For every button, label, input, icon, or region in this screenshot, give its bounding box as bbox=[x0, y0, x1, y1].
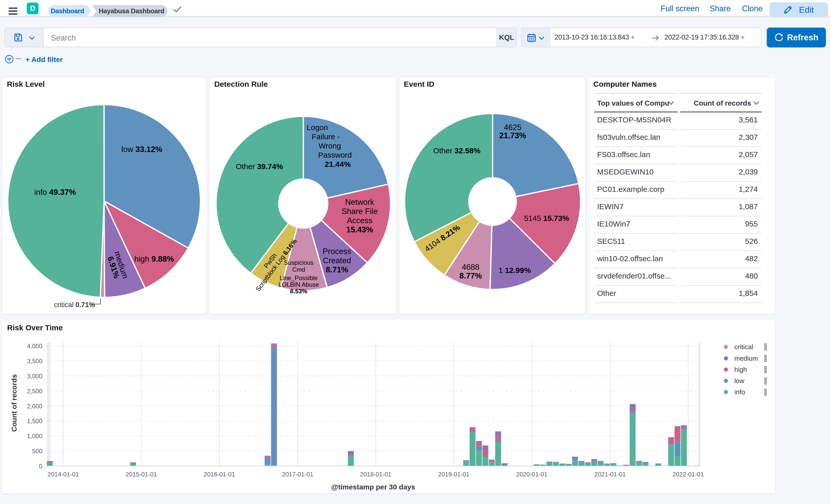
svg-text:46888.77%: 46888.77% bbox=[459, 263, 482, 280]
svg-text:482: 482 bbox=[745, 254, 758, 263]
svg-text:2,500: 2,500 bbox=[27, 388, 42, 395]
svg-text:win10-02.offsec.lan: win10-02.offsec.lan bbox=[597, 254, 663, 263]
svg-text:2,307: 2,307 bbox=[739, 133, 758, 141]
svg-text:3,500: 3,500 bbox=[27, 357, 42, 365]
svg-text:1,500: 1,500 bbox=[27, 417, 42, 424]
svg-text:IE10Win7: IE10Win7 bbox=[597, 220, 630, 228]
svg-text:5145 15.73%: 5145 15.73% bbox=[524, 214, 569, 222]
svg-text:MSEDGEWIN10: MSEDGEWIN10 bbox=[597, 167, 654, 176]
svg-text:480: 480 bbox=[745, 272, 758, 280]
svg-text:2,000: 2,000 bbox=[27, 403, 42, 410]
svg-text:1 12.99%: 1 12.99% bbox=[499, 266, 531, 275]
svg-text:PC01.example.corp: PC01.example.corp bbox=[597, 185, 664, 193]
svg-text:1,854: 1,854 bbox=[739, 289, 758, 297]
svg-text:2018-01-01: 2018-01-01 bbox=[360, 471, 391, 478]
svg-text:DESKTOP-M5SN04R: DESKTOP-M5SN04R bbox=[597, 116, 671, 124]
svg-text:info: info bbox=[734, 388, 745, 396]
svg-text:Other 32.58%: Other 32.58% bbox=[433, 147, 480, 155]
svg-text:2017-01-01: 2017-01-01 bbox=[282, 471, 314, 478]
svg-text:high 9.88%: high 9.88% bbox=[134, 255, 174, 263]
svg-text:2016-01-01: 2016-01-01 bbox=[204, 471, 235, 478]
svg-text:2019-01-01: 2019-01-01 bbox=[438, 471, 470, 478]
svg-text:NetworkShare FileAccess15.43%: NetworkShare FileAccess15.43% bbox=[342, 198, 378, 234]
svg-text:fs03vuln.offsec.lan: fs03vuln.offsec.lan bbox=[597, 133, 660, 141]
svg-text:FS03.offsec.lan: FS03.offsec.lan bbox=[597, 150, 650, 159]
svg-text:0: 0 bbox=[39, 463, 42, 470]
svg-text:1,087: 1,087 bbox=[739, 202, 758, 211]
svg-text:Count of records: Count of records bbox=[694, 99, 751, 107]
svg-text:@timestamp per 30 days: @timestamp per 30 days bbox=[331, 483, 415, 491]
svg-text:4,000: 4,000 bbox=[27, 343, 42, 349]
svg-text:2,039: 2,039 bbox=[739, 167, 758, 176]
svg-text:2,057: 2,057 bbox=[739, 150, 758, 159]
svg-text:Other: Other bbox=[597, 289, 616, 297]
svg-text:SEC511: SEC511 bbox=[597, 237, 625, 245]
svg-text:critical: critical bbox=[734, 343, 753, 351]
svg-text:2022-01-01: 2022-01-01 bbox=[673, 471, 704, 478]
svg-text:500: 500 bbox=[32, 448, 42, 454]
svg-text:2014-01-01: 2014-01-01 bbox=[48, 471, 79, 478]
svg-text:Top values of Compu: Top values of Compu bbox=[597, 99, 669, 107]
svg-text:low 33.12%: low 33.12% bbox=[121, 145, 162, 154]
svg-text:IEWIN7: IEWIN7 bbox=[597, 202, 624, 211]
svg-text:srvdefender01.offse...: srvdefender01.offse... bbox=[597, 272, 671, 280]
svg-text:526: 526 bbox=[745, 237, 758, 245]
svg-text:Other 39.74%: Other 39.74% bbox=[236, 162, 283, 170]
svg-text:1,000: 1,000 bbox=[27, 433, 42, 439]
svg-text:medium: medium bbox=[734, 354, 758, 362]
svg-text:3,561: 3,561 bbox=[739, 116, 758, 124]
svg-text:2015-01-01: 2015-01-01 bbox=[126, 471, 157, 478]
svg-text:1,274: 1,274 bbox=[739, 185, 758, 193]
svg-text:high: high bbox=[734, 366, 747, 373]
svg-text:2021-01-01: 2021-01-01 bbox=[595, 471, 626, 478]
svg-text:2020-01-01: 2020-01-01 bbox=[516, 471, 548, 478]
svg-text:critical 0.71%: critical 0.71% bbox=[54, 301, 95, 309]
svg-text:info 49.37%: info 49.37% bbox=[34, 188, 76, 197]
svg-text:Count of records: Count of records bbox=[10, 374, 18, 432]
svg-text:955: 955 bbox=[745, 220, 758, 228]
svg-text:3,000: 3,000 bbox=[27, 373, 42, 380]
svg-text:ProcessCreated8.71%: ProcessCreated8.71% bbox=[323, 247, 351, 274]
svg-text:low: low bbox=[734, 377, 744, 385]
